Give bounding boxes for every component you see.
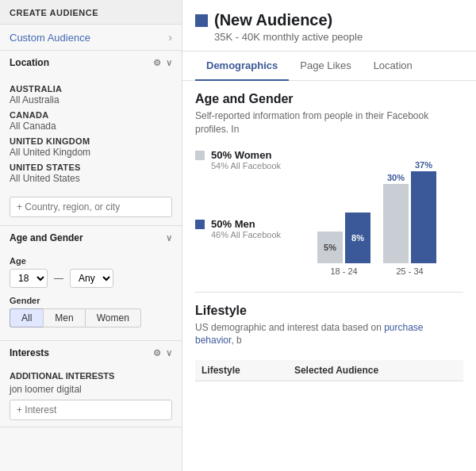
- age-gender-icons: ∨: [166, 233, 172, 243]
- men-bar-seg-25-34: [411, 171, 436, 263]
- country-canada: CANADA All Canada: [10, 110, 172, 132]
- country-australia: AUSTRALIA All Australia: [10, 84, 172, 105]
- lifestyle-table: Lifestyle Selected Audience: [195, 360, 463, 381]
- location-input-row: [0, 192, 182, 225]
- men-sub: 46% All Facebook: [211, 230, 281, 239]
- gender-legend: 50% Women 54% All Facebook 50% Men 46% A…: [195, 149, 298, 246]
- australia-name: AUSTRALIA: [10, 84, 172, 94]
- custom-audience-section: Custom Audience ›: [0, 25, 182, 51]
- bar-chart: 5% 8% 18 - 24: [317, 149, 436, 276]
- lifestyle-title: Lifestyle: [195, 304, 463, 318]
- audience-count: 35K - 40K monthly active people: [214, 31, 463, 43]
- bar-col-18-24: 5% 8% 18 - 24: [317, 160, 370, 276]
- chevron-down-icon: ∨: [166, 58, 172, 68]
- chevron-down-icon: ∨: [166, 233, 172, 243]
- women-bar-seg-25-34: [383, 184, 409, 263]
- lifestyle-col-header: Lifestyle: [195, 360, 288, 381]
- age-gender-header[interactable]: Age and Gender ∨: [0, 226, 182, 250]
- interests-label: Interests: [10, 347, 49, 358]
- women-sub: 54% All Facebook: [211, 161, 281, 170]
- gender-field-label: Gender: [10, 296, 172, 305]
- age-gender-desc: Self-reported information from people in…: [195, 109, 463, 136]
- location-list: AUSTRALIA All Australia CANADA All Canad…: [0, 75, 182, 192]
- interests-section: Interests ⚙ ∨ ADDITIONAL INTERESTS jon l…: [0, 341, 182, 427]
- men-legend-square: [195, 220, 205, 229]
- gender-men-button[interactable]: Men: [43, 308, 85, 327]
- chevron-down-icon: ∨: [166, 348, 172, 358]
- us-name: UNITED STATES: [10, 163, 172, 172]
- men-top-label-25-34: 37%: [415, 160, 432, 170]
- interest-input[interactable]: [10, 400, 172, 420]
- women-bar-seg-18-24: 5%: [317, 232, 343, 263]
- audience-header: (New Audience) 35K - 40K monthly active …: [182, 0, 476, 52]
- settings-icon[interactable]: ⚙: [153, 348, 161, 358]
- women-bar-25-34-col: 30%: [383, 160, 409, 263]
- tabs-bar: Demographics Page Likes Location: [182, 52, 476, 81]
- men-pct: 50% Men: [211, 218, 281, 230]
- women-pct: 50% Women: [211, 149, 281, 161]
- audience-square-icon: [195, 14, 208, 27]
- age-gender-section: Age and Gender ∨ Age 18 — Any Gender: [0, 226, 182, 341]
- country-uk: UNITED KINGDOM All United Kingdom: [10, 136, 172, 158]
- gender-women-button[interactable]: Women: [86, 308, 141, 327]
- uk-sub: All United Kingdom: [10, 147, 172, 158]
- uk-name: UNITED KINGDOM: [10, 136, 172, 146]
- sidebar-header: CREATE AUDIENCE: [0, 0, 182, 25]
- country-us: UNITED STATES All United States: [10, 163, 172, 184]
- women-legend-square: [195, 151, 205, 160]
- age-from-select[interactable]: 18: [10, 269, 48, 288]
- men-bar-seg-18-24: 8%: [345, 213, 370, 263]
- age-gender-chart-area: Age and Gender Self-reported information…: [195, 92, 463, 276]
- women-legend-item: 50% Women 54% All Facebook: [195, 149, 298, 170]
- lifestyle-desc: US demographic and interest data based o…: [195, 321, 463, 348]
- custom-audience-label: Custom Audience: [10, 32, 90, 44]
- age-dash: —: [54, 273, 63, 284]
- location-label: Location: [10, 57, 49, 68]
- selected-audience-col-header: Selected Audience: [288, 360, 463, 381]
- men-bar-18-24: 8%: [345, 160, 370, 263]
- tab-location[interactable]: Location: [363, 52, 424, 81]
- age-gender-body: Age 18 — Any Gender All Men Women: [0, 250, 182, 340]
- interest-tag: jon loomer digital: [10, 384, 172, 395]
- canada-sub: All Canada: [10, 121, 172, 132]
- age-label-25-34: 25 - 34: [396, 266, 423, 276]
- age-field-label: Age: [10, 256, 172, 266]
- location-input[interactable]: [10, 197, 172, 217]
- location-section: Location ⚙ ∨ AUSTRALIA All Australia CAN…: [0, 51, 182, 226]
- sidebar: CREATE AUDIENCE Custom Audience › Locati…: [0, 0, 182, 471]
- tab-page-likes[interactable]: Page Likes: [289, 52, 362, 81]
- gender-all-button[interactable]: All: [10, 308, 43, 327]
- additional-interests-label: ADDITIONAL INTERESTS: [10, 371, 172, 381]
- interests-body: ADDITIONAL INTERESTS jon loomer digital: [0, 365, 182, 427]
- age-label-18-24: 18 - 24: [330, 266, 357, 276]
- gender-buttons: All Men Women: [10, 308, 172, 327]
- custom-audience-row[interactable]: Custom Audience ›: [0, 25, 182, 50]
- custom-audience-chevron: ›: [168, 31, 172, 44]
- canada-name: CANADA: [10, 110, 172, 120]
- bar-pair-18-24: 5% 8%: [317, 160, 370, 263]
- age-to-select[interactable]: Any: [70, 269, 113, 288]
- men-bar-25-34-col: 37%: [411, 160, 436, 263]
- lifestyle-section: Lifestyle US demographic and interest da…: [195, 292, 463, 382]
- audience-name: (New Audience): [214, 11, 332, 29]
- location-icons: ⚙ ∨: [153, 58, 172, 68]
- us-sub: All United States: [10, 173, 172, 184]
- audience-title: (New Audience): [195, 11, 463, 29]
- bar-col-25-34: 30% 37% 25 - 34: [383, 160, 436, 276]
- age-row: 18 — Any: [10, 269, 172, 288]
- location-section-header[interactable]: Location ⚙ ∨: [0, 51, 182, 75]
- interests-icons: ⚙ ∨: [153, 348, 172, 358]
- women-top-label-25-34: 30%: [387, 173, 405, 182]
- tab-demographics[interactable]: Demographics: [195, 52, 289, 81]
- settings-icon[interactable]: ⚙: [153, 58, 161, 68]
- men-legend-item: 50% Men 46% All Facebook: [195, 218, 298, 239]
- lifestyle-desc-link[interactable]: purchase behavior: [195, 322, 424, 347]
- women-legend-text: 50% Women 54% All Facebook: [211, 149, 281, 170]
- men-legend-text: 50% Men 46% All Facebook: [211, 218, 281, 239]
- age-gender-label: Age and Gender: [10, 232, 83, 243]
- tab-content: Age and Gender Self-reported information…: [182, 81, 476, 392]
- interests-section-header[interactable]: Interests ⚙ ∨: [0, 341, 182, 365]
- age-gender-title: Age and Gender: [195, 92, 463, 106]
- women-bar-18-24: 5%: [317, 160, 343, 263]
- australia-sub: All Australia: [10, 94, 172, 105]
